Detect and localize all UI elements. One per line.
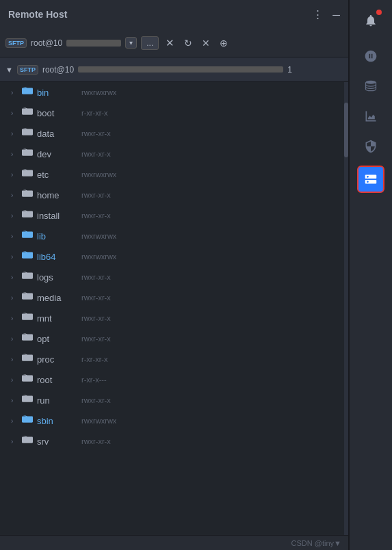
expand-icon[interactable]: › <box>11 192 18 199</box>
expand-icon[interactable]: › <box>11 212 18 220</box>
sidebar-spiral-icon[interactable] <box>357 42 384 70</box>
folder-icon <box>22 394 33 406</box>
close-connect-icon[interactable]: ✕ <box>163 36 177 51</box>
sidebar-shield-icon[interactable] <box>357 133 384 160</box>
expand-icon[interactable]: › <box>11 109 18 117</box>
file-item-boot[interactable]: ›bootr-xr-xr-x <box>0 103 344 123</box>
file-name: logs <box>37 272 75 283</box>
file-name: mnt <box>37 313 75 324</box>
expand-icon[interactable]: › <box>11 417 18 425</box>
file-item-data[interactable]: ›datarwxr-xr-x <box>0 123 344 144</box>
folder-icon <box>22 374 33 386</box>
file-name: srv <box>37 436 75 447</box>
toolbar: SFTP root@10 ▾ ... ✕ ↻ ✕ ⊕ <box>0 29 348 57</box>
expand-icon[interactable]: › <box>11 376 18 384</box>
toolbar-more-button[interactable]: ... <box>141 36 159 50</box>
sidebar-bell-icon[interactable] <box>357 7 384 34</box>
file-name: boot <box>37 108 75 118</box>
sftp-badge: SFTP <box>5 38 27 48</box>
file-item-media[interactable]: ›mediarwxr-xr-x <box>0 287 344 308</box>
expand-icon[interactable]: › <box>11 438 18 445</box>
file-permissions: rwxrwxrwx <box>81 232 116 240</box>
file-item-bin[interactable]: ›binrwxrwxrwx <box>0 82 344 103</box>
file-permissions: rwxr-xr-x <box>81 293 111 302</box>
file-name: home <box>37 190 75 200</box>
file-item-lib[interactable]: ›librwxrwxrwx <box>0 226 344 246</box>
file-item-install[interactable]: ›installrwxr-xr-x <box>0 205 344 226</box>
status-text: CSDN @tiny▼ <box>291 539 341 547</box>
folder-icon <box>22 271 33 283</box>
file-item-run[interactable]: ›runrwxr-xr-x <box>0 390 344 410</box>
file-item-root[interactable]: ›rootr-xr-x--- <box>0 369 344 390</box>
file-name: media <box>37 293 75 303</box>
file-item-home[interactable]: ›homerwxr-xr-x <box>0 185 344 205</box>
folder-icon <box>22 148 33 160</box>
folder-icon <box>22 168 33 181</box>
file-item-dev[interactable]: ›devrwxr-xr-x <box>0 144 344 164</box>
folder-icon <box>22 332 33 345</box>
more-vert-icon[interactable]: ⋮ <box>313 8 323 21</box>
file-item-proc[interactable]: ›procr-xr-xr-x <box>0 349 344 369</box>
file-item-lib64[interactable]: ›lib64rwxrwxrwx <box>0 246 344 267</box>
sidebar-remote-host-icon[interactable] <box>357 166 384 193</box>
expand-icon[interactable]: › <box>11 233 18 240</box>
add-icon[interactable]: ⊕ <box>217 36 231 50</box>
file-item-srv[interactable]: ›srvrwxr-xr-x <box>0 431 344 451</box>
expand-icon[interactable]: › <box>11 356 18 363</box>
expand-icon[interactable]: › <box>11 274 18 281</box>
minimize-icon[interactable]: ─ <box>332 9 340 21</box>
folder-icon <box>22 415 33 427</box>
sidebar-database-icon[interactable] <box>357 73 384 100</box>
expand-icon[interactable]: › <box>11 315 18 322</box>
header: Remote Host ⋮ ─ <box>0 0 348 29</box>
scrollbar-thumb[interactable] <box>344 103 348 157</box>
file-name: etc <box>37 170 75 180</box>
folder-icon <box>22 107 33 119</box>
tree-header-blur-mask <box>78 66 283 73</box>
file-permissions: r-xr-xr-x <box>81 355 107 363</box>
file-permissions: rwxrwxrwx <box>81 88 116 96</box>
expand-icon[interactable]: › <box>11 150 18 158</box>
expand-icon[interactable]: › <box>11 335 18 343</box>
file-item-mnt[interactable]: ›mntrwxr-xr-x <box>0 308 344 328</box>
refresh-icon[interactable]: ↻ <box>181 36 195 50</box>
file-item-sbin[interactable]: ›sbinrwxrwxrwx <box>0 410 344 431</box>
file-permissions: rwxr-xr-x <box>81 396 111 404</box>
tree-expand-icon[interactable]: ▼ <box>5 66 13 74</box>
file-permissions: rwxr-xr-x <box>81 150 111 158</box>
folder-icon <box>22 86 33 99</box>
expand-icon[interactable]: › <box>11 253 18 261</box>
file-item-logs[interactable]: ›logsrwxr-xr-x <box>0 267 344 287</box>
file-permissions: rwxrwxrwx <box>81 170 116 179</box>
expand-icon[interactable]: › <box>11 397 18 404</box>
file-permissions: r-xr-x--- <box>81 376 107 384</box>
file-list[interactable]: ›binrwxrwxrwx›bootr-xr-xr-x›datarwxr-xr-… <box>0 82 344 535</box>
tree-sftp-badge: SFTP <box>17 65 38 75</box>
folder-icon <box>22 230 33 242</box>
dropdown-button[interactable]: ▾ <box>125 37 137 49</box>
file-name: lib <box>37 231 75 241</box>
svg-point-3 <box>367 176 369 178</box>
expand-icon[interactable]: › <box>11 171 18 179</box>
file-permissions: r-xr-xr-x <box>81 109 107 117</box>
file-name: install <box>37 211 75 221</box>
disconnect-icon[interactable]: ✕ <box>199 36 213 50</box>
expand-icon[interactable]: › <box>11 294 18 302</box>
status-bar: CSDN @tiny▼ <box>0 535 348 550</box>
file-permissions: rwxrwxrwx <box>81 417 116 425</box>
sidebar-analytics-icon[interactable] <box>357 103 384 130</box>
file-item-etc[interactable]: ›etcrwxrwxrwx <box>0 164 344 185</box>
folder-icon <box>22 435 33 447</box>
file-name: opt <box>37 334 75 344</box>
file-permissions: rwxr-xr-x <box>81 273 111 281</box>
file-name: dev <box>37 149 75 159</box>
tree-header: ▼ SFTP root@10 1 <box>0 57 348 82</box>
expand-icon[interactable]: › <box>11 89 18 96</box>
file-list-container: ›binrwxrwxrwx›bootr-xr-xr-x›datarwxr-xr-… <box>0 82 348 535</box>
file-name: run <box>37 395 75 406</box>
file-name: bin <box>37 88 75 98</box>
scrollbar-track[interactable] <box>344 82 348 535</box>
file-name: lib64 <box>37 252 75 262</box>
expand-icon[interactable]: › <box>11 130 18 138</box>
file-item-opt[interactable]: ›optrwxr-xr-x <box>0 328 344 349</box>
